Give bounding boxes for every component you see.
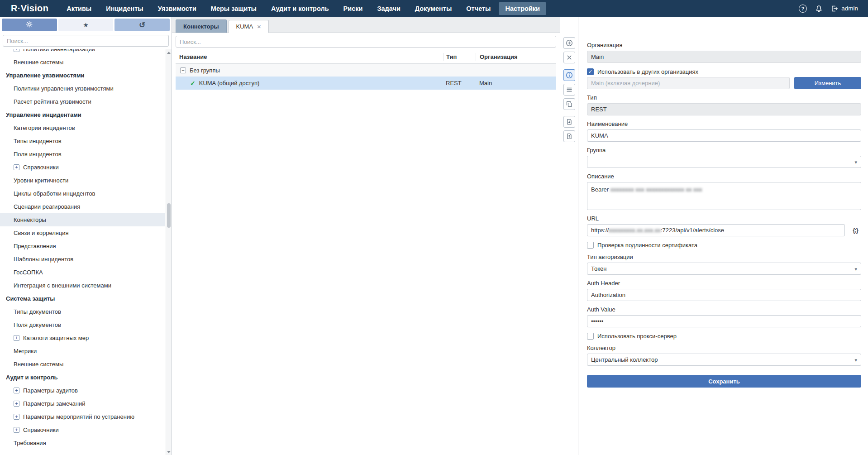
group-select[interactable]: ▾ [587,156,861,168]
tree-section: Управление уязвимостями [0,69,165,82]
collector-select[interactable]: Центральный коллектор ▾ [587,354,861,366]
close-tab-icon[interactable]: × [257,23,261,30]
checkbox-unchecked-icon[interactable] [587,333,594,340]
tab-connectors[interactable]: Коннекторы [176,19,227,33]
scrollbar-thumb[interactable] [167,203,171,228]
tree-item-label: Расчет рейтинга уязвимости [14,95,91,108]
tree-item[interactable]: Внешние системы [0,56,165,69]
tree-item-label: Сценарии реагирования [14,200,80,213]
history-tab[interactable]: ↺ [114,19,170,31]
nav-item[interactable]: Задачи [371,2,406,15]
nav-item[interactable]: Уязвимости [152,2,203,15]
share-orgs-checkbox-row[interactable]: ✓ Использовать в других организациях [587,68,861,75]
expand-icon[interactable]: + [14,49,19,52]
expand-icon[interactable]: + [14,164,19,170]
tab-kuma[interactable]: KUMA × [229,20,269,33]
tree-item[interactable]: +Параметры аудитов [0,384,165,397]
tree-item-label: Аудит и контроль [6,374,57,381]
column-header-org[interactable]: Организация [476,53,556,61]
proxy-checkbox-row[interactable]: Использовать прокси-сервер [587,333,861,340]
tree-item[interactable]: Типы документов [0,305,165,318]
favorites-tab[interactable]: ★ [58,19,114,31]
name-input[interactable] [587,129,861,142]
settings-tab[interactable] [2,19,57,31]
tree-item[interactable]: +Справочники [0,161,165,174]
tree-item[interactable]: +Справочники [0,423,165,436]
tree-scrollbar[interactable] [166,49,172,455]
tree-item[interactable]: Уровни критичности [0,174,165,187]
name-label: Наименование [587,120,861,127]
tree-item[interactable]: Метрики [0,345,165,358]
copy-icon[interactable] [563,98,575,110]
save-button[interactable]: Сохранить [587,375,861,388]
tree-item[interactable]: ГосСОПКА [0,266,165,279]
tree-item[interactable]: +Параметры мероприятий по устранению [0,410,165,423]
close-icon[interactable] [563,52,575,63]
org-input[interactable] [587,51,861,63]
tree-item[interactable]: Связи и корреляция [0,226,165,239]
add-icon[interactable] [563,37,575,49]
nav-item[interactable]: Настройки [499,2,546,15]
nav-item[interactable]: Активы [60,2,98,15]
group-row[interactable]: − Без группы [176,64,556,77]
variables-icon[interactable]: {;} [849,227,861,234]
type-input[interactable] [587,103,861,115]
url-input[interactable]: https://xxxxxxxxx.xx.xxx.xx:7223/api/v1/… [587,224,845,236]
tree-item[interactable]: Требования [0,436,165,450]
settings-sidebar: ★ ↺ +Политики инвентаризацииВнешние сист… [0,17,172,455]
tree-item[interactable]: Категории инцидентов [0,121,165,134]
nav-item[interactable]: Аудит и контроль [265,2,335,15]
cert-check-checkbox-row[interactable]: Проверка подлинности сертификата [587,242,861,249]
collapse-icon[interactable]: − [180,67,186,73]
tree-item[interactable]: +Политики инвентаризации [0,49,165,56]
column-header-type[interactable]: Тип [443,53,476,61]
help-icon[interactable]: ? [799,5,807,13]
tree-item[interactable]: Внешние системы [0,358,165,371]
tree-item[interactable]: Представления [0,239,165,253]
tree-item-label: Внешние системы [14,358,63,371]
description-textarea[interactable]: Bearer xxxxxxxx xxx xxxxxxxxxxxxx xx xxx [587,182,861,210]
nav-item[interactable]: Инциденты [100,2,150,15]
expand-icon[interactable]: + [14,427,19,433]
auth-type-label: Тип авторизации [587,254,861,260]
auth-type-select[interactable]: Токен ▾ [587,263,861,275]
scroll-down-icon[interactable] [166,449,172,455]
details-icon[interactable] [563,84,575,96]
checkbox-unchecked-icon[interactable] [587,242,594,249]
column-header-name[interactable]: Название [176,53,443,60]
username: admin [841,5,858,12]
tree-item[interactable]: Политики управления уязвимостями [0,82,165,95]
tree-item[interactable]: Интеграция с внешними системами [0,279,165,292]
scroll-up-icon[interactable] [166,49,172,56]
auth-value-input[interactable] [587,315,861,327]
list-search-input[interactable] [176,36,556,48]
tree-item[interactable]: +Каталоги защитных мер [0,331,165,345]
table-row[interactable]: ✓ KUMA (общий доступ) REST Main [176,77,556,90]
sidebar-search-input[interactable] [3,35,169,47]
tree-item[interactable]: Поля документов [0,318,165,331]
bell-icon[interactable] [815,5,823,12]
export-icon[interactable] [563,130,575,142]
tree-item[interactable]: Поля инцидентов [0,148,165,161]
info-icon[interactable] [563,69,575,81]
tree-item[interactable]: Циклы обработки инцидентов [0,187,165,200]
change-org-button[interactable]: Изменить [794,77,861,89]
nav-item[interactable]: Документы [409,2,458,15]
tree-item[interactable]: Шаблоны инцидентов [0,253,165,266]
tree-item[interactable]: Расчет рейтинга уязвимости [0,95,165,108]
tree-item[interactable]: +Параметры замечаний [0,397,165,410]
tree-item[interactable]: Типы инцидентов [0,134,165,148]
nav-item[interactable]: Меры защиты [205,2,263,15]
expand-icon[interactable]: + [14,401,19,407]
checkbox-checked-icon[interactable]: ✓ [587,68,594,75]
expand-icon[interactable]: + [14,335,19,341]
nav-item[interactable]: Отчеты [460,2,497,15]
auth-header-input[interactable] [587,289,861,301]
expand-icon[interactable]: + [14,388,19,393]
tree-item[interactable]: Коннекторы [0,213,165,226]
import-icon[interactable] [563,116,575,128]
expand-icon[interactable]: + [14,414,19,420]
nav-item[interactable]: Риски [337,2,369,15]
tree-item[interactable]: Сценарии реагирования [0,200,165,213]
user-menu[interactable]: admin [831,5,858,12]
